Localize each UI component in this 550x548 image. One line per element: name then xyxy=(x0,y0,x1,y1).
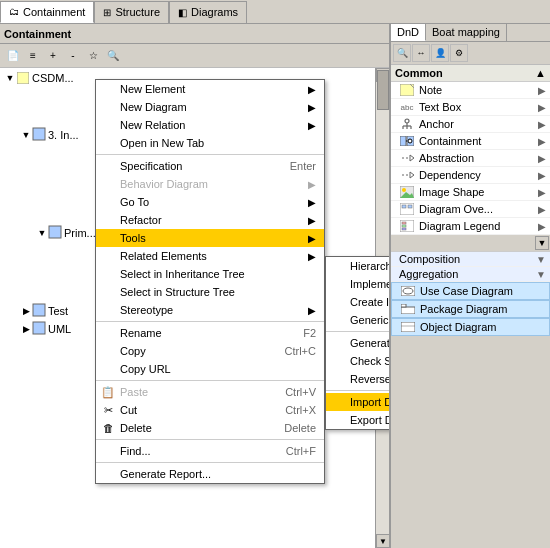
tools-check-syntax[interactable]: Check Syntax xyxy=(326,352,390,370)
right-tab-boat[interactable]: Boat mapping xyxy=(426,24,507,41)
menu-copy-label: Copy xyxy=(120,345,146,357)
tools-export-excel[interactable]: Export Data to Excel xyxy=(326,411,390,429)
menu-related-elements-arrow: ▶ xyxy=(308,251,316,262)
menu-stereotype-arrow: ▶ xyxy=(308,305,316,316)
palette-item-aggregation[interactable]: Aggregation ▼ xyxy=(391,267,550,282)
tools-generate-code[interactable]: Generate Code Framework xyxy=(326,334,390,352)
toolbar-expand-btn[interactable]: + xyxy=(44,47,62,65)
tab-structure[interactable]: ⊞ Structure xyxy=(94,1,169,23)
menu-paste-label: Paste xyxy=(120,386,148,398)
menu-rename[interactable]: Rename F2 xyxy=(96,324,324,342)
menu-copy-url[interactable]: Copy URL xyxy=(96,360,324,378)
menu-select-structure[interactable]: Select in Structure Tree xyxy=(96,283,324,301)
right-tab-dnd-label: DnD xyxy=(397,26,419,38)
right-tab-dnd[interactable]: DnD xyxy=(391,24,426,41)
textbox-arrow: ▶ xyxy=(538,102,546,113)
menu-cut-shortcut: Ctrl+X xyxy=(265,404,316,416)
menu-related-elements[interactable]: Related Elements ▶ xyxy=(96,247,324,265)
toolbar-collapse-btn[interactable]: - xyxy=(64,47,82,65)
right-tab-bar: DnD Boat mapping xyxy=(391,24,550,42)
menu-stereotype[interactable]: Stereotype ▶ xyxy=(96,301,324,319)
right-toolbar-btn-4[interactable]: ⚙ xyxy=(450,44,468,62)
tools-check-syntax-label: Check Syntax xyxy=(350,355,390,367)
scroll-right-btn[interactable]: ▼ xyxy=(535,236,549,250)
right-toolbar-btn-2[interactable]: ↔ xyxy=(412,44,430,62)
menu-refactor-label: Refactor xyxy=(120,214,162,226)
right-panel-scroll: Common ▲ Note ▶ abc Text Box ▶ xyxy=(391,65,550,548)
svg-rect-33 xyxy=(401,304,406,307)
palette-item-abstraction[interactable]: Abstraction ▶ xyxy=(391,150,550,167)
tree-test-label: Test xyxy=(48,305,68,317)
usecase-icon xyxy=(400,284,416,298)
palette-item-anchor[interactable]: Anchor ▶ xyxy=(391,116,550,133)
palette-item-dependency[interactable]: Dependency ▶ xyxy=(391,167,550,184)
tools-create-instance[interactable]: Create Instance... xyxy=(326,293,390,311)
menu-new-element[interactable]: New Element ▶ xyxy=(96,80,324,98)
scrollbar-thumb[interactable] xyxy=(377,70,389,110)
palette-item-object[interactable]: Object Diagram xyxy=(391,318,550,336)
tools-implement-override[interactable]: Implement/Override Operations... xyxy=(326,275,390,293)
diagram-ove-icon xyxy=(399,202,415,216)
tab-diagrams[interactable]: ◧ Diagrams xyxy=(169,1,247,23)
tools-reverse-classpath[interactable]: Reverse from Classpath xyxy=(326,370,390,388)
tools-hierarchy-wizard-label: Hierarchy Diagram Wizard... xyxy=(350,260,390,272)
right-toolbar-btn-3[interactable]: 👤 xyxy=(431,44,449,62)
tab-containment[interactable]: 🗂 Containment xyxy=(0,1,94,23)
right-toolbar-btn-1[interactable]: 🔍 xyxy=(393,44,411,62)
svg-rect-28 xyxy=(402,225,406,227)
menu-refactor[interactable]: Refactor ▶ xyxy=(96,211,324,229)
palette-item-containment[interactable]: Containment ▶ xyxy=(391,133,550,150)
palette-item-image[interactable]: Image Shape ▶ xyxy=(391,184,550,201)
palette-item-note[interactable]: Note ▶ xyxy=(391,82,550,99)
tools-generic-table[interactable]: Generic Table Wizard... xyxy=(326,311,390,329)
menu-delete[interactable]: 🗑 Delete Delete xyxy=(96,419,324,437)
menu-specification-label: Specification xyxy=(120,160,182,172)
tools-import-excel[interactable]: Import Data from Excel xyxy=(326,393,390,411)
menu-open-new-tab-label: Open in New Tab xyxy=(120,137,204,149)
expand-test-icon: ▶ xyxy=(20,305,32,317)
tools-separator-1 xyxy=(326,331,390,332)
palette-item-package[interactable]: Package Diagram xyxy=(391,300,550,318)
menu-refactor-arrow: ▶ xyxy=(308,215,316,226)
menu-new-relation[interactable]: New Relation ▶ xyxy=(96,116,324,134)
panel-title: Containment xyxy=(4,28,71,40)
tree-node-icon xyxy=(16,71,30,85)
svg-point-15 xyxy=(408,139,412,143)
svg-rect-4 xyxy=(33,322,45,334)
menu-generate-report[interactable]: Generate Report... xyxy=(96,465,324,483)
legend-arrow: ▶ xyxy=(538,221,546,232)
menu-delete-label: Delete xyxy=(120,422,152,434)
menu-select-inheritance[interactable]: Select in Inheritance Tree xyxy=(96,265,324,283)
menu-copy[interactable]: Copy Ctrl+C xyxy=(96,342,324,360)
palette-item-legend[interactable]: Diagram Legend ▶ xyxy=(391,218,550,235)
palette-header-common[interactable]: Common ▲ xyxy=(391,65,550,82)
toolbar-filter-btn[interactable]: ≡ xyxy=(24,47,42,65)
palette-abstraction-label: Abstraction xyxy=(419,152,474,164)
toolbar-search-btn[interactable]: 🔍 xyxy=(104,47,122,65)
menu-tools[interactable]: Tools ▶ xyxy=(96,229,324,247)
palette-item-textbox[interactable]: abc Text Box ▶ xyxy=(391,99,550,116)
menu-goto[interactable]: Go To ▶ xyxy=(96,193,324,211)
toolbar-bookmark-btn[interactable]: ☆ xyxy=(84,47,102,65)
separator-1 xyxy=(96,154,324,155)
context-menu: New Element ▶ New Diagram ▶ New Relation… xyxy=(95,79,325,484)
menu-specification[interactable]: Specification Enter xyxy=(96,157,324,175)
menu-cut[interactable]: ✂ Cut Ctrl+X xyxy=(96,401,324,419)
tools-reverse-classpath-label: Reverse from Classpath xyxy=(350,373,390,385)
svg-rect-32 xyxy=(401,307,415,314)
tools-submenu: Hierarchy Diagram Wizard... Implement/Ov… xyxy=(325,256,390,430)
tools-hierarchy-wizard[interactable]: Hierarchy Diagram Wizard... xyxy=(326,257,390,275)
palette-item-usecase[interactable]: Use Case Diagram xyxy=(391,282,550,300)
toolbar-new-btn[interactable]: 📄 xyxy=(4,47,22,65)
menu-find[interactable]: Find... Ctrl+F xyxy=(96,442,324,460)
menu-open-new-tab[interactable]: Open in New Tab xyxy=(96,134,324,152)
palette-item-diagram-ove[interactable]: Diagram Ove... ▶ xyxy=(391,201,550,218)
containment-tab-icon: 🗂 xyxy=(9,6,19,17)
expand-prim-icon: ▼ xyxy=(36,227,48,239)
separator-3 xyxy=(96,380,324,381)
palette-object-label: Object Diagram xyxy=(420,321,496,333)
menu-new-diagram[interactable]: New Diagram ▶ xyxy=(96,98,324,116)
tree-uml-icon xyxy=(32,321,46,337)
palette-item-composition[interactable]: Composition ▼ xyxy=(391,252,550,267)
scrollbar-down-btn[interactable]: ▼ xyxy=(376,534,390,548)
